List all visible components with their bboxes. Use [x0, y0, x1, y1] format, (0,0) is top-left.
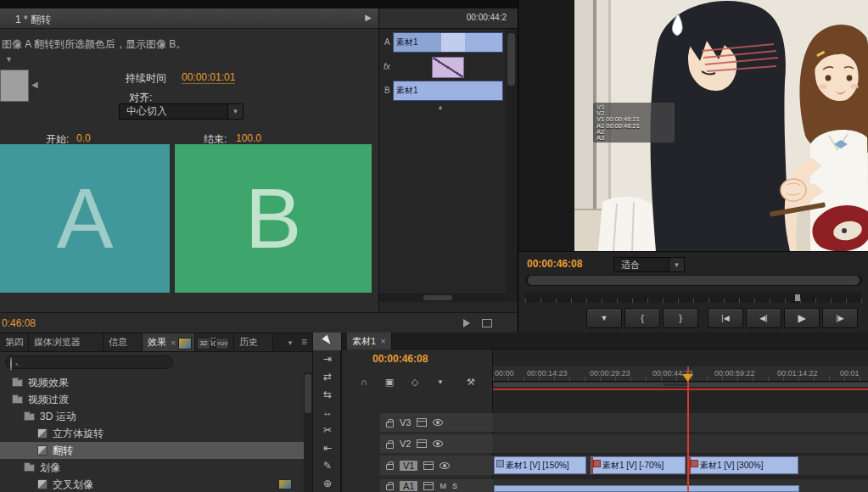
rolling-edit-tool-button[interactable]: ⇆	[313, 386, 342, 404]
effects-scrollbar[interactable]	[304, 372, 312, 492]
tree-item-flip-over[interactable]: 翻转	[0, 442, 304, 459]
scrollbar-thumb[interactable]	[528, 276, 860, 285]
loop-box-icon[interactable]	[482, 319, 492, 327]
ripple-edit-tool-button[interactable]: ⇄	[313, 368, 342, 386]
clip-b[interactable]: 素材1	[393, 81, 503, 101]
premiere-window: 1 * 翻转 ▶ 图像 A 翻转到所选颜色后，显示图像 B。 ▼ ◀ 持续时间 …	[0, 0, 868, 492]
effect-controls-timecode[interactable]: 0:46:08	[2, 317, 36, 329]
track-name[interactable]: V2	[400, 439, 411, 449]
monitor-mini-ruler[interactable]	[525, 293, 862, 303]
step-back-button[interactable]: ◀|	[746, 308, 781, 328]
add-marker-button[interactable]: ▼	[586, 308, 622, 328]
pen-tool-button[interactable]: ✎	[313, 457, 342, 475]
work-area-handle[interactable]	[664, 383, 689, 386]
display-style-icon[interactable]	[417, 439, 427, 448]
settings-wrench-icon[interactable]: ⚒	[462, 377, 479, 388]
track-info-overlay: V3 V2 V1 00:00:46:21 A1 00:00:46:21 A2 A…	[593, 103, 675, 143]
track-select-tool-button[interactable]: ⇥	[313, 350, 342, 368]
display-style-icon[interactable]	[423, 461, 434, 470]
play-button[interactable]: ▶	[784, 308, 820, 328]
marker-menu-icon[interactable]: ▼	[432, 378, 449, 386]
step-forward-button[interactable]: |▶	[822, 308, 858, 328]
tree-item-video-transitions[interactable]: 视频过渡	[0, 391, 304, 408]
effects-search-input[interactable]	[5, 355, 173, 369]
mini-vertical-scrollbar[interactable]	[506, 29, 518, 302]
tree-item-video-effects[interactable]: 视频效果	[0, 374, 304, 391]
playhead-line[interactable]	[687, 366, 689, 492]
tab-history[interactable]: 历史	[234, 333, 273, 351]
clip-a1[interactable]	[494, 485, 799, 492]
monitor-zoom-scrollbar[interactable]	[525, 275, 862, 286]
snap-icon[interactable]: ∩	[356, 377, 372, 387]
yuv-effects-badge[interactable]: YUV	[216, 338, 229, 349]
track-lane-v2[interactable]	[493, 434, 868, 453]
marker-icon[interactable]: ◇	[406, 377, 423, 388]
end-value[interactable]: 100.0	[236, 132, 261, 145]
duration-value[interactable]: 00:00:01:01	[182, 71, 235, 84]
clip-v1-1[interactable]: 素材1 [V] [150%]	[494, 456, 586, 474]
chevron-down-icon[interactable]: ▼	[5, 55, 13, 64]
scrollbar-thumb[interactable]	[423, 295, 452, 300]
mute-button[interactable]: M	[440, 482, 446, 490]
panel-dropdown-icon[interactable]: ▼	[287, 339, 294, 347]
tab-media-browser[interactable]: 媒体浏览器	[29, 333, 104, 351]
tab-project[interactable]: 第四	[0, 333, 29, 351]
clip-v1-2[interactable]: 素材1 [V] [-70%]	[591, 456, 686, 474]
track-name[interactable]: V1	[400, 461, 417, 471]
mark-in-button[interactable]: {	[624, 308, 660, 328]
tree-label: 视频过渡	[28, 393, 69, 407]
fit-dropdown[interactable]: 适合 ▼	[613, 257, 685, 272]
go-to-in-button[interactable]: |◀	[708, 308, 743, 328]
slip-tool-button[interactable]: ⇤	[313, 439, 342, 457]
eye-icon[interactable]	[433, 440, 443, 447]
transition-clip[interactable]	[432, 57, 464, 78]
razor-icon: ✂	[323, 424, 332, 436]
clip-v1-3[interactable]: 素材1 [V] [300%]	[688, 456, 798, 474]
start-value[interactable]: 0.0	[76, 132, 91, 145]
selection-tool-button[interactable]	[313, 333, 342, 350]
lock-icon[interactable]	[386, 422, 394, 428]
rate-stretch-tool-button[interactable]: ↔	[313, 404, 342, 422]
eye-icon[interactable]	[440, 462, 450, 469]
solo-button[interactable]: S	[452, 482, 457, 490]
display-style-icon[interactable]	[423, 482, 434, 490]
tree-item-cube-spin[interactable]: 立方体旋转	[0, 425, 304, 442]
zoom-tool-button[interactable]: ⊕	[313, 475, 342, 492]
program-timecode[interactable]: 00:00:46:08	[527, 258, 582, 270]
track-name[interactable]: V3	[400, 417, 411, 428]
play-transition-preview-icon[interactable]	[463, 319, 470, 327]
lock-icon[interactable]	[386, 443, 394, 449]
collapse-left-icon[interactable]: ◀	[31, 80, 38, 89]
scrollbar-thumb[interactable]	[507, 33, 515, 86]
panel-menu-icon[interactable]: ≡	[301, 336, 307, 348]
tab-info[interactable]: 信息	[104, 333, 143, 351]
encore-marker-icon[interactable]: ▣	[381, 377, 398, 388]
eye-icon[interactable]	[433, 419, 443, 426]
mini-horizontal-scrollbar[interactable]	[379, 294, 506, 302]
close-icon[interactable]: ×	[380, 336, 385, 346]
lock-icon[interactable]	[386, 484, 394, 490]
lock-icon[interactable]	[386, 464, 394, 470]
transition-preview-swatch	[0, 70, 29, 102]
display-style-icon[interactable]	[417, 418, 427, 427]
mini-ruler-marker	[795, 294, 800, 301]
mark-out-button[interactable]: }	[663, 308, 698, 328]
tree-item-cross-iris[interactable]: 交叉划像	[0, 476, 304, 492]
alignment-dropdown[interactable]: 中心切入 ▼	[119, 103, 244, 120]
track-name[interactable]: A1	[400, 481, 417, 491]
accelerated-effects-badge[interactable]	[178, 338, 192, 349]
track-lane-v3[interactable]	[493, 413, 868, 432]
panel-menu-icon[interactable]: ▶	[365, 13, 372, 22]
scrollbar-thumb[interactable]	[305, 374, 311, 413]
close-icon[interactable]: ×	[171, 338, 176, 348]
tab-sequence[interactable]: 素材1 ×	[347, 333, 392, 349]
mini-timeline-ruler[interactable]: 00:00:44:2	[379, 8, 518, 29]
timeline-ruler[interactable]: 00:00 00:00:14:23 00:00:29:23 00:00:44:2…	[493, 366, 868, 382]
tree-item-iris[interactable]: 划像	[0, 459, 304, 476]
32bit-effects-badge[interactable]: 32	[197, 338, 210, 349]
work-area-bar[interactable]	[493, 382, 868, 388]
tree-item-3d-motion[interactable]: 3D 运动	[0, 408, 304, 425]
clip-a[interactable]: 素材1	[393, 32, 503, 53]
razor-tool-button[interactable]: ✂	[313, 422, 342, 439]
timeline-timecode[interactable]: 00:00:46:08	[372, 353, 428, 365]
